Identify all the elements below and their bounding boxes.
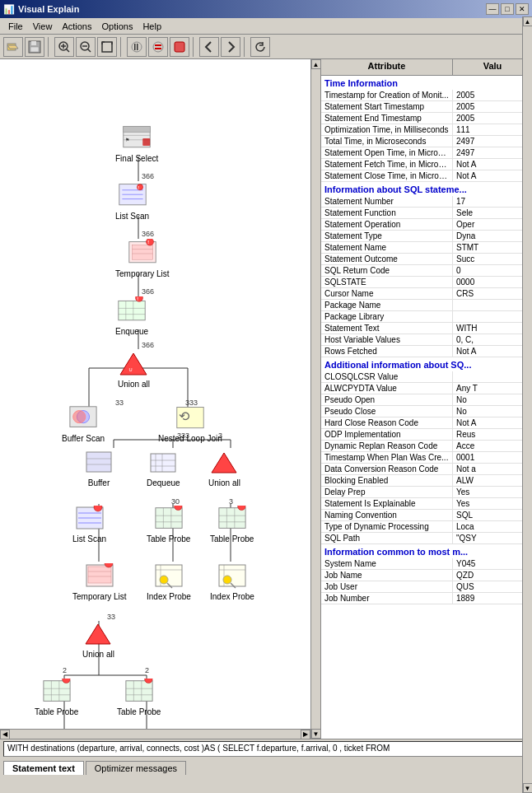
menu-view[interactable]: View [28,20,58,33]
index-probe-2-node[interactable]: Index Probe [210,562,254,602]
toolbar [0,35,532,59]
union-all-2-node[interactable]: Union all [208,448,240,488]
svg-text:2: 2 [145,666,149,674]
attr-value-cell: ALW [453,475,532,486]
refresh-button[interactable] [250,37,270,57]
attr-row[interactable]: CLOSQLCSR Value [321,371,532,383]
attr-row[interactable]: Statement Number17 [321,196,532,208]
temp-list-1-node[interactable]: ! Temporary List [115,239,170,279]
union-all-1-node[interactable]: ∪ Union all [118,349,150,390]
attr-row[interactable]: Blocking EnabledALW [321,475,532,487]
enqueue-node[interactable]: ! Enqueue [115,296,148,337]
list-scan-2-node[interactable]: List Scan [72,504,106,544]
run-button[interactable] [127,37,147,57]
attr-row[interactable]: Optimization Time, in Milliseconds111 [321,124,532,136]
attr-row[interactable]: SQL Return Code0 [321,265,532,277]
attr-row[interactable]: Statement TextWITH [321,323,532,334]
status-text: WITH destinations (departure, arrival, c… [3,741,529,757]
table-probe-1-node[interactable]: Table Probe [147,504,190,544]
nav-forward-button[interactable] [221,37,240,57]
right-vscrollbar[interactable]: ▲ ▼ [522,59,532,739]
attr-row[interactable]: Naming ConventionSQL [321,510,532,521]
minimize-button[interactable]: — [486,3,499,15]
final-select-node[interactable]: ⚑ Final Select [115,124,158,164]
attr-section-header: Time Information [321,76,532,90]
left-hscrollbar[interactable]: ◀ ▶ [0,729,310,739]
run-button-2[interactable] [148,37,168,57]
scroll-right-arrow[interactable]: ▶ [301,730,310,739]
left-vscrollbar[interactable]: ▲ ▼ [310,59,320,739]
attr-row[interactable]: Timestamp When Plan Was Cre...0001 [321,452,532,464]
menu-actions[interactable]: Actions [57,20,96,33]
attr-row[interactable]: Statement Is ExplainableYes [321,498,532,510]
attr-row[interactable]: Host Variable Values0, C, [321,334,532,346]
attr-row[interactable]: Statement OutcomeSucc [321,254,532,265]
attr-row[interactable]: Job Number1889 [321,593,532,604]
attr-row[interactable]: Total Time, in Microseconds2497 [321,136,532,147]
attr-row[interactable]: Cursor NameCRS [321,288,532,300]
attr-row[interactable]: Package Name [321,300,532,311]
temp-list-2-node[interactable]: Temporary List [72,562,127,602]
attr-row[interactable]: Job UserQUS [321,581,532,593]
attr-row[interactable]: Statement End Timestamp2005 [321,113,532,124]
attr-row[interactable]: Package Library [321,311,532,323]
save-button[interactable] [25,37,44,57]
attr-row[interactable]: Type of Dynamic ProcessingLoca [321,521,532,533]
attr-row[interactable]: ALWCPYDTA ValueAny T [321,383,532,394]
stop-button[interactable] [170,37,189,57]
attr-row[interactable]: Statement OperationOper [321,219,532,231]
union-all-3-node[interactable]: Union all [82,619,114,660]
attr-row[interactable]: Statement FunctionSele [321,208,532,219]
scroll-down-arrow[interactable]: ▼ [311,729,321,739]
table-probe-3-node[interactable]: Table Probe [35,677,78,717]
close-button[interactable]: ✕ [516,3,529,15]
attr-row[interactable]: Statement Close Time, in Micros...Not A [321,170,532,182]
attr-row[interactable]: System NameY045 [321,558,532,570]
zoom-out-button[interactable] [76,37,96,57]
attr-row[interactable]: Statement Fetch Time, in Micros...Not A [321,159,532,170]
attr-row[interactable]: Data Conversion Reason CodeNot a [321,464,532,475]
attr-row[interactable]: Delay PrepYes [321,487,532,498]
attr-row[interactable]: Statement Start Timestamp2005 [321,101,532,113]
attr-row[interactable]: Pseudo OpenNo [321,394,532,406]
list-scan-1-node[interactable]: ! List Scan [115,181,149,222]
attribute-table[interactable]: Time InformationTimestamp for Creation o… [321,76,532,739]
open-button[interactable] [3,37,23,57]
scroll-up-arrow[interactable]: ▲ [311,59,321,69]
attr-row[interactable]: Statement Open Time, in Micros...2497 [321,147,532,159]
svg-point-16 [153,42,163,52]
table-probe-2-node[interactable]: Table Probe [210,504,254,544]
attr-row[interactable]: Dynamic Replan Reason CodeAcce [321,441,532,452]
buffer-node[interactable]: Buffer [84,448,114,488]
attr-row[interactable]: Rows FetchedNot A [321,346,532,357]
maximize-button[interactable]: □ [501,3,514,15]
statement-text-tab[interactable]: Statement text [3,761,84,775]
attr-row[interactable]: SQLSTATE0000 [321,277,532,288]
attr-row[interactable]: SQL Path"QSY [321,533,532,544]
dequeue-node[interactable]: Dequeue [147,448,180,488]
table-probe-4-node[interactable]: Table Probe [117,677,161,717]
svg-text:366: 366 [142,230,154,238]
attr-row[interactable]: Statement NameSTMT [321,242,532,254]
nav-back-button[interactable] [199,37,219,57]
attr-row[interactable]: ODP ImplementationReus [321,429,532,441]
attr-row[interactable]: Hard Close Reason CodeNot A [321,417,532,429]
fit-button[interactable] [97,37,117,57]
attr-name-cell: Job User [321,581,453,592]
buffer-scan-1-node[interactable]: Buffer Scan [62,403,105,444]
scroll-left-arrow[interactable]: ◀ [0,730,10,739]
attr-value-cell: Not A [453,170,532,181]
menu-options[interactable]: Options [96,20,138,33]
index-probe-1-node[interactable]: Index Probe [147,562,191,602]
attr-row[interactable]: Job NameQZD [321,570,532,581]
attr-row[interactable]: Timestamp for Creation of Monit...2005 [321,90,532,101]
optimizer-messages-tab[interactable]: Optimizer messages [86,761,186,775]
zoom-in-button[interactable] [54,37,74,57]
attr-row[interactable]: Statement TypeDyna [321,231,532,242]
svg-rect-66 [132,245,152,259]
menu-file[interactable]: File [3,20,28,33]
menu-help[interactable]: Help [138,20,166,33]
nested-loop-node[interactable]: ⟲ Nested Loop Join [158,403,222,444]
attr-row[interactable]: Pseudo CloseNo [321,406,532,417]
diagram-scroll[interactable]: 366 366 366 366 33 333 333 3 30 3 33 2 2 [0,59,320,739]
